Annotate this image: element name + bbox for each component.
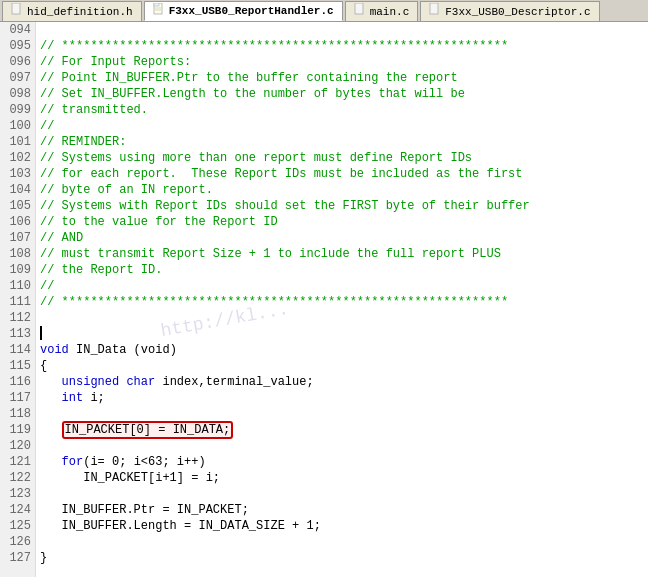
code-line: { [40,358,644,374]
code-line [40,438,644,454]
code-line: } [40,550,644,566]
keyword: for [62,455,84,469]
code-line: IN_PACKET[i+1] = i; [40,470,644,486]
code-line: IN_BUFFER.Ptr = IN_PACKET; [40,502,644,518]
code-line: // For Input Reports: [40,54,644,70]
code-line: // Systems with Report IDs should set th… [40,198,644,214]
line-number: 112 [4,310,31,326]
code-line: // [40,118,644,134]
code-line: // Set IN_BUFFER.Length to the number of… [40,86,644,102]
line-number: 109 [4,262,31,278]
code-line: // for each report. These Report IDs mus… [40,166,644,182]
line-number: 115 [4,358,31,374]
code-line: // the Report ID. [40,262,644,278]
code-line: // byte of an IN report. [40,182,644,198]
line-number: 110 [4,278,31,294]
code-line [40,534,644,550]
line-number: 103 [4,166,31,182]
line-number: 095 [4,38,31,54]
keyword: unsigned char [62,375,156,389]
file-icon [11,3,23,20]
line-number: 126 [4,534,31,550]
svg-rect-2 [154,3,159,6]
line-number: 101 [4,134,31,150]
line-number: 113 [4,326,31,342]
file-icon [429,3,441,20]
tab-label: main.c [370,6,410,18]
code-area: 0940950960970980991001011021031041051061… [0,22,648,577]
line-number: 114 [4,342,31,358]
line-number: 117 [4,390,31,406]
code-line: unsigned char index,terminal_value; [40,374,644,390]
line-number: 099 [4,102,31,118]
code-line [40,310,644,326]
code-line: void IN_Data (void) [40,342,644,358]
line-numbers: 0940950960970980991001011021031041051061… [0,22,36,577]
code-line: // must transmit Report Size + 1 to incl… [40,246,644,262]
line-number: 100 [4,118,31,134]
line-number: 102 [4,150,31,166]
line-number: 120 [4,438,31,454]
line-number: 094 [4,22,31,38]
code-line: // transmitted. [40,102,644,118]
line-number: 118 [4,406,31,422]
code-line: IN_PACKET[0] = IN_DATA; [40,422,644,438]
line-number: 096 [4,54,31,70]
tab-tab2[interactable]: F3xx_USB0_ReportHandler.c [144,1,343,21]
tab-tab1[interactable]: hid_definition.h [2,1,142,21]
code-line: // Systems using more than one report mu… [40,150,644,166]
file-icon [153,3,165,20]
code-line: // Point IN_BUFFER.Ptr to the buffer con… [40,70,644,86]
code-line [40,486,644,502]
highlighted-statement: IN_PACKET[0] = IN_DATA; [62,421,234,439]
line-number: 122 [4,470,31,486]
code-line: // *************************************… [40,38,644,54]
code-content: // *************************************… [36,22,648,577]
line-number: 104 [4,182,31,198]
tab-bar: hid_definition.hF3xx_USB0_ReportHandler.… [0,0,648,22]
code-line [40,22,644,38]
tab-label: F3xx_USB0_Descriptor.c [445,6,590,18]
line-number: 123 [4,486,31,502]
tab-tab4[interactable]: F3xx_USB0_Descriptor.c [420,1,599,21]
line-number: 116 [4,374,31,390]
tab-tab3[interactable]: main.c [345,1,419,21]
line-number: 121 [4,454,31,470]
line-number: 125 [4,518,31,534]
line-number: 127 [4,550,31,566]
code-line: // [40,278,644,294]
line-number: 119 [4,422,31,438]
file-icon [354,3,366,20]
line-number: 124 [4,502,31,518]
text-cursor [40,326,42,340]
line-number: 105 [4,198,31,214]
tab-label: F3xx_USB0_ReportHandler.c [169,5,334,17]
tab-label: hid_definition.h [27,6,133,18]
svg-rect-0 [12,3,20,14]
code-line [40,326,644,342]
code-line: // *************************************… [40,294,644,310]
line-number: 108 [4,246,31,262]
keyword: void [40,343,69,357]
line-number: 111 [4,294,31,310]
code-line: int i; [40,390,644,406]
code-line [40,406,644,422]
svg-rect-5 [355,3,363,14]
code-line: // AND [40,230,644,246]
code-line: IN_BUFFER.Length = IN_DATA_SIZE + 1; [40,518,644,534]
code-line: // REMINDER: [40,134,644,150]
svg-rect-6 [430,3,438,14]
code-line: // to the value for the Report ID [40,214,644,230]
line-number: 097 [4,70,31,86]
line-number: 106 [4,214,31,230]
keyword: int [62,391,84,405]
code-line: for(i= 0; i<63; i++) [40,454,644,470]
line-number: 098 [4,86,31,102]
line-number: 107 [4,230,31,246]
